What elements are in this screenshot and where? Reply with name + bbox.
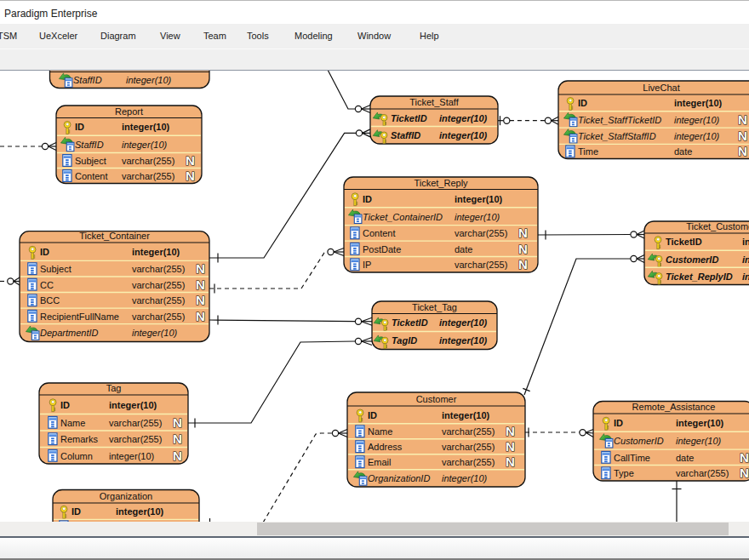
svg-text:Ticket_Container: Ticket_Container [79, 231, 150, 241]
svg-text:CustomerID: CustomerID [614, 436, 664, 446]
svg-text:varchar(255): varchar(255) [109, 434, 162, 444]
svg-text:integer(10): integer(10) [674, 131, 720, 141]
svg-text:integer(10): integer(10) [439, 113, 488, 123]
svg-text:IP: IP [363, 260, 371, 270]
svg-text:N: N [196, 309, 205, 323]
svg-text:varchar(255): varchar(255) [122, 156, 174, 166]
svg-text:CallTime: CallTime [614, 453, 650, 463]
svg-text:Ticket_Reply: Ticket_Reply [414, 178, 468, 188]
svg-text:Tag: Tag [106, 383, 122, 393]
svg-text:N: N [738, 112, 747, 127]
svg-text:N: N [173, 415, 182, 430]
svg-text:N: N [738, 129, 747, 143]
svg-text:integer(10): integer(10) [674, 98, 723, 108]
svg-text:Ticket_Tag: Ticket_Tag [412, 302, 457, 312]
svg-text:integer(10): integer(10) [442, 410, 490, 420]
svg-text:Ticket_Staff: Ticket_Staff [409, 97, 459, 107]
svg-text:N: N [518, 226, 528, 240]
svg-text:Content: Content [75, 171, 108, 181]
svg-text:OrganizationID: OrganizationID [368, 473, 430, 483]
svg-text:integer(10): integer(10) [126, 75, 172, 85]
svg-text:varchar(255): varchar(255) [132, 311, 185, 322]
svg-text:Organization: Organization [100, 491, 152, 501]
svg-text:ID: ID [614, 418, 623, 428]
svg-text:integer(10): integer(10) [132, 328, 178, 338]
svg-text:Time: Time [578, 146, 598, 157]
svg-text:N: N [186, 153, 195, 168]
svg-text:Ticket_ContainerID: Ticket_ContainerID [363, 212, 443, 222]
svg-text:Name: Name [60, 418, 85, 428]
svg-text:integer(10): integer(10) [442, 473, 488, 483]
svg-text:Customer: Customer [416, 394, 457, 404]
svg-text:N: N [173, 431, 182, 446]
svg-text:Type: Type [614, 468, 634, 478]
svg-text:TicketID: TicketID [666, 237, 702, 247]
svg-text:N: N [506, 424, 515, 438]
svg-text:Email: Email [368, 457, 392, 467]
svg-text:varchar(255): varchar(255) [132, 295, 185, 306]
svg-text:N: N [506, 439, 515, 454]
svg-text:Name: Name [368, 426, 392, 437]
svg-text:Ticket_Customer: Ticket_Customer [686, 221, 749, 231]
svg-text:integer(10): integer(10) [439, 335, 488, 346]
svg-text:ID: ID [60, 400, 70, 410]
svg-text:varchar(255): varchar(255) [442, 457, 495, 467]
svg-text:Content: Content [363, 228, 396, 238]
svg-text:Ticket_StaffTicketID: Ticket_StaffTicketID [578, 115, 661, 125]
svg-text:integer(10): integer(10) [439, 130, 488, 140]
svg-text:N: N [196, 277, 205, 292]
svg-text:date: date [676, 453, 694, 463]
svg-text:Remarks: Remarks [60, 434, 99, 444]
svg-text:N: N [196, 261, 205, 276]
svg-text:integer(10): integer(10) [742, 271, 749, 282]
svg-text:StaffID: StaffID [391, 130, 420, 140]
svg-text:N: N [740, 450, 749, 465]
svg-text:TicketID: TicketID [392, 317, 428, 328]
svg-text:CustomerID: CustomerID [666, 254, 718, 265]
svg-text:ID: ID [71, 506, 81, 517]
svg-text:ID: ID [578, 98, 587, 108]
svg-text:TagID: TagID [392, 335, 417, 346]
svg-text:N: N [196, 293, 205, 307]
svg-text:CC: CC [40, 280, 54, 290]
svg-text:N: N [738, 144, 747, 158]
svg-text:BCC: BCC [40, 295, 60, 306]
svg-text:StaffID: StaffID [73, 75, 102, 85]
svg-text:integer(10): integer(10) [116, 506, 164, 517]
svg-text:N: N [506, 454, 515, 469]
svg-text:Address: Address [368, 442, 403, 452]
svg-text:N: N [186, 169, 195, 183]
svg-text:ID: ID [75, 122, 84, 132]
svg-text:integer(10): integer(10) [742, 237, 749, 247]
svg-text:N: N [518, 242, 528, 256]
svg-text:date: date [455, 244, 472, 254]
svg-text:N: N [518, 257, 528, 271]
svg-text:Subject: Subject [75, 156, 106, 166]
svg-text:RecipientFullName: RecipientFullName [40, 311, 119, 322]
svg-text:varchar(255): varchar(255) [442, 442, 495, 452]
svg-text:ID: ID [40, 247, 49, 257]
svg-text:integer(10): integer(10) [674, 115, 720, 125]
svg-text:varchar(255): varchar(255) [442, 426, 495, 437]
svg-text:integer(10): integer(10) [676, 418, 724, 428]
svg-text:Remote_Assistance: Remote_Assistance [632, 402, 716, 412]
svg-text:varchar(255): varchar(255) [455, 228, 507, 238]
svg-text:integer(10): integer(10) [122, 140, 168, 150]
svg-text:varchar(255): varchar(255) [132, 280, 185, 290]
svg-text:Column: Column [60, 451, 93, 461]
svg-text:StaffID: StaffID [75, 140, 104, 150]
svg-text:integer(10): integer(10) [676, 436, 722, 446]
svg-text:varchar(255): varchar(255) [122, 171, 174, 181]
svg-text:ID: ID [368, 410, 377, 420]
svg-text:N: N [173, 449, 182, 463]
svg-text:Ticket_ReplyID: Ticket_ReplyID [666, 271, 733, 282]
svg-text:varchar(255): varchar(255) [132, 264, 185, 274]
svg-text:N: N [740, 466, 749, 480]
svg-text:integer(10): integer(10) [109, 451, 154, 461]
svg-text:Subject: Subject [40, 264, 71, 274]
svg-text:integer(10): integer(10) [132, 247, 180, 257]
svg-text:LiveChat: LiveChat [643, 83, 679, 93]
svg-text:integer(10): integer(10) [122, 122, 170, 132]
svg-text:varchar(255): varchar(255) [455, 260, 507, 270]
svg-text:varchar(255): varchar(255) [109, 418, 162, 428]
